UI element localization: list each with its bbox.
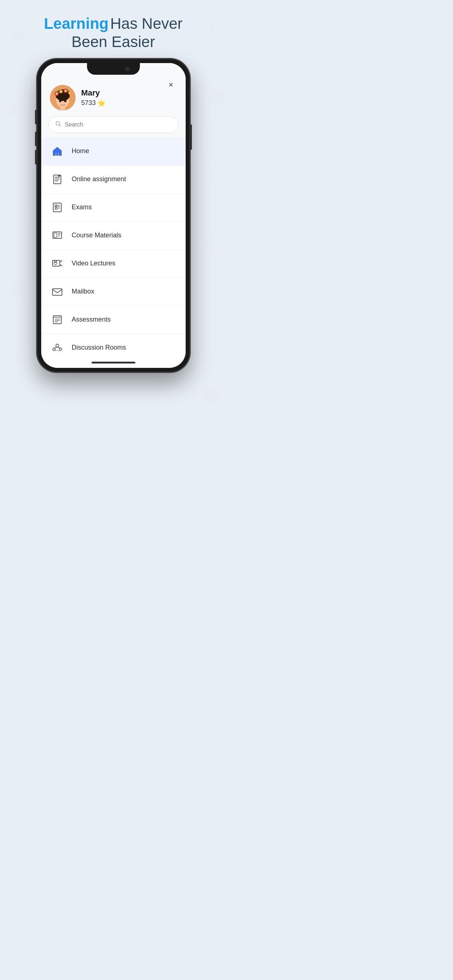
home-indicator bbox=[41, 358, 186, 368]
user-stars: 5733 ⭐ bbox=[81, 99, 105, 107]
svg-point-64 bbox=[56, 344, 59, 347]
phone-screen: × bbox=[41, 63, 186, 368]
search-input[interactable] bbox=[65, 121, 171, 128]
user-profile: Mary 5733 ⭐ bbox=[41, 78, 186, 116]
svg-rect-42 bbox=[53, 203, 61, 212]
menu-item-discussion-rooms[interactable]: Discussion Rooms bbox=[41, 334, 186, 358]
svg-point-65 bbox=[53, 348, 55, 350]
svg-point-21 bbox=[56, 92, 57, 95]
svg-text:+: + bbox=[22, 209, 29, 221]
svg-point-23 bbox=[60, 91, 62, 92]
svg-point-25 bbox=[65, 90, 67, 92]
menu-item-home[interactable]: Home bbox=[41, 137, 186, 165]
svg-rect-35 bbox=[56, 153, 58, 156]
menu-label-online-assignment: Online assignment bbox=[72, 175, 126, 183]
menu-item-video-lectures[interactable]: Video Lectures bbox=[41, 250, 186, 278]
header-learning-word: Learning bbox=[44, 15, 108, 32]
svg-text:📏: 📏 bbox=[204, 240, 225, 259]
exams-icon bbox=[50, 200, 65, 215]
close-button[interactable]: × bbox=[165, 79, 177, 91]
search-bar[interactable] bbox=[48, 116, 179, 133]
svg-point-31 bbox=[64, 100, 66, 102]
svg-rect-58 bbox=[53, 289, 62, 295]
assignment-icon bbox=[50, 172, 65, 187]
svg-point-66 bbox=[59, 348, 62, 350]
menu-label-discussion-rooms: Discussion Rooms bbox=[72, 344, 126, 352]
menu-label-course-materials: Course Materials bbox=[72, 232, 121, 239]
svg-text:✏: ✏ bbox=[11, 24, 29, 48]
menu-item-course-materials[interactable]: Course Materials bbox=[41, 222, 186, 250]
front-camera bbox=[125, 67, 129, 71]
svg-point-27 bbox=[69, 92, 71, 94]
discussion-rooms-icon bbox=[50, 340, 65, 355]
menu-label-exams: Exams bbox=[72, 204, 92, 211]
user-name: Mary bbox=[81, 88, 105, 98]
svg-rect-40 bbox=[58, 175, 60, 177]
user-info: Mary 5733 ⭐ bbox=[81, 88, 105, 107]
screen-content: × bbox=[41, 63, 186, 368]
svg-rect-32 bbox=[60, 106, 65, 110]
menu-item-mailbox[interactable]: Mailbox bbox=[41, 278, 186, 306]
svg-rect-48 bbox=[54, 233, 57, 237]
svg-rect-52 bbox=[53, 260, 60, 266]
svg-text:✏: ✏ bbox=[11, 388, 23, 404]
menu-label-assessments: Assessments bbox=[72, 316, 111, 323]
phone-notch bbox=[87, 63, 140, 75]
menu-label-home: Home bbox=[72, 147, 89, 155]
header-title: Learning Has NeverBeen Easier bbox=[44, 14, 182, 51]
home-bar bbox=[91, 362, 135, 363]
mailbox-icon bbox=[50, 285, 65, 299]
svg-text:🎨: 🎨 bbox=[201, 386, 222, 406]
menu-label-video-lectures: Video Lectures bbox=[72, 259, 116, 267]
svg-point-30 bbox=[59, 100, 61, 102]
svg-line-67 bbox=[54, 347, 57, 348]
phone-frame: × bbox=[37, 59, 190, 372]
avatar bbox=[50, 85, 75, 110]
menu-label-mailbox: Mailbox bbox=[72, 288, 94, 295]
svg-line-68 bbox=[57, 347, 61, 348]
svg-text:×: × bbox=[204, 170, 212, 185]
assessments-icon bbox=[50, 312, 65, 327]
home-icon bbox=[50, 144, 65, 159]
menu-item-assessments[interactable]: Assessments bbox=[41, 306, 186, 334]
svg-rect-11 bbox=[201, 127, 222, 157]
svg-text:📐: 📐 bbox=[4, 94, 24, 114]
search-icon bbox=[56, 121, 61, 128]
svg-text:ABC: ABC bbox=[197, 20, 226, 40]
svg-text:🔬: 🔬 bbox=[7, 275, 30, 296]
course-materials-icon bbox=[50, 228, 65, 243]
menu-item-online-assignment[interactable]: Online assignment bbox=[41, 165, 186, 194]
menu-item-exams[interactable]: Exams bbox=[41, 194, 186, 222]
svg-text:📚: 📚 bbox=[208, 88, 226, 106]
video-lectures-icon bbox=[50, 256, 65, 271]
menu-list: Home Online assignment bbox=[41, 137, 186, 358]
svg-line-34 bbox=[59, 125, 61, 126]
